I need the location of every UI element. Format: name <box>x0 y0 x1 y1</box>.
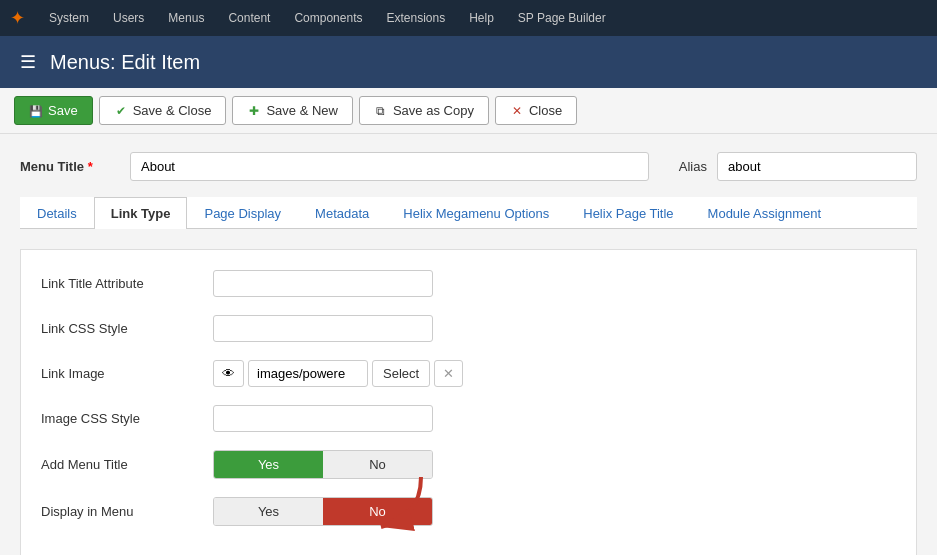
save-new-label: Save & New <box>266 103 338 118</box>
display-in-menu-label: Display in Menu <box>41 504 201 519</box>
form-panel: Link Title Attribute Link CSS Style Link… <box>20 249 917 555</box>
menu-title-row: Menu Title * Alias <box>20 152 917 181</box>
link-image-row: Link Image 👁 Select ✕ <box>41 360 896 387</box>
nav-help[interactable]: Help <box>459 5 504 31</box>
tab-page-display[interactable]: Page Display <box>187 197 298 229</box>
menu-title-label: Menu Title * <box>20 159 120 174</box>
link-title-input[interactable] <box>213 270 433 297</box>
image-preview-button[interactable]: 👁 <box>213 360 244 387</box>
nav-components[interactable]: Components <box>284 5 372 31</box>
tab-details[interactable]: Details <box>20 197 94 229</box>
top-navigation: ✦ System Users Menus Content Components … <box>0 0 937 36</box>
image-css-input[interactable] <box>213 405 433 432</box>
display-in-menu-yes[interactable]: Yes <box>214 498 323 525</box>
nav-extensions[interactable]: Extensions <box>376 5 455 31</box>
check-icon <box>114 104 128 118</box>
tab-module-assignment[interactable]: Module Assignment <box>691 197 838 229</box>
menu-icon: ☰ <box>20 51 36 73</box>
nav-system[interactable]: System <box>39 5 99 31</box>
display-in-menu-toggle: Yes No <box>213 497 433 526</box>
eye-icon: 👁 <box>222 366 235 381</box>
add-menu-title-toggle: Yes No <box>213 450 433 479</box>
image-select-button[interactable]: Select <box>372 360 430 387</box>
image-path-input[interactable] <box>248 360 368 387</box>
image-clear-button[interactable]: ✕ <box>434 360 463 387</box>
clear-icon: ✕ <box>443 366 454 381</box>
save-copy-label: Save as Copy <box>393 103 474 118</box>
close-icon <box>510 104 524 118</box>
nav-sp-page-builder[interactable]: SP Page Builder <box>508 5 616 31</box>
copy-icon <box>374 104 388 118</box>
joomla-logo: ✦ <box>10 7 25 29</box>
image-css-row: Image CSS Style <box>41 405 896 432</box>
save-copy-button[interactable]: Save as Copy <box>359 96 489 125</box>
save-icon <box>29 104 43 118</box>
save-label: Save <box>48 103 78 118</box>
nav-content[interactable]: Content <box>218 5 280 31</box>
tab-metadata[interactable]: Metadata <box>298 197 386 229</box>
display-in-menu-row: Display in Menu Yes No <box>41 497 896 526</box>
toolbar: Save Save & Close Save & New Save as Cop… <box>0 88 937 134</box>
close-label: Close <box>529 103 562 118</box>
link-title-row: Link Title Attribute <box>41 270 896 297</box>
add-menu-title-no[interactable]: No <box>323 451 432 478</box>
tab-link-type[interactable]: Link Type <box>94 197 188 229</box>
image-css-label: Image CSS Style <box>41 411 201 426</box>
add-menu-title-label: Add Menu Title <box>41 457 201 472</box>
nav-menus[interactable]: Menus <box>158 5 214 31</box>
tab-helix-page-title[interactable]: Helix Page Title <box>566 197 690 229</box>
link-title-label: Link Title Attribute <box>41 276 201 291</box>
save-close-button[interactable]: Save & Close <box>99 96 227 125</box>
alias-label: Alias <box>679 159 707 174</box>
tab-helix-megamenu[interactable]: Helix Megamenu Options <box>386 197 566 229</box>
nav-users[interactable]: Users <box>103 5 154 31</box>
content-area: Menu Title * Alias Details Link Type Pag… <box>0 134 937 555</box>
title-bar: ☰ Menus: Edit Item <box>0 36 937 88</box>
menu-title-input[interactable] <box>130 152 649 181</box>
link-css-row: Link CSS Style <box>41 315 896 342</box>
add-menu-title-row: Add Menu Title Yes No <box>41 450 896 479</box>
close-button[interactable]: Close <box>495 96 577 125</box>
plus-icon <box>247 104 261 118</box>
link-css-label: Link CSS Style <box>41 321 201 336</box>
save-close-label: Save & Close <box>133 103 212 118</box>
link-image-group: 👁 Select ✕ <box>213 360 463 387</box>
save-button[interactable]: Save <box>14 96 93 125</box>
alias-input[interactable] <box>717 152 917 181</box>
page-title: Menus: Edit Item <box>50 51 200 74</box>
link-image-label: Link Image <box>41 366 201 381</box>
tabs-bar: Details Link Type Page Display Metadata … <box>20 197 917 229</box>
display-in-menu-no[interactable]: No <box>323 498 432 525</box>
add-menu-title-yes[interactable]: Yes <box>214 451 323 478</box>
link-css-input[interactable] <box>213 315 433 342</box>
save-new-button[interactable]: Save & New <box>232 96 353 125</box>
